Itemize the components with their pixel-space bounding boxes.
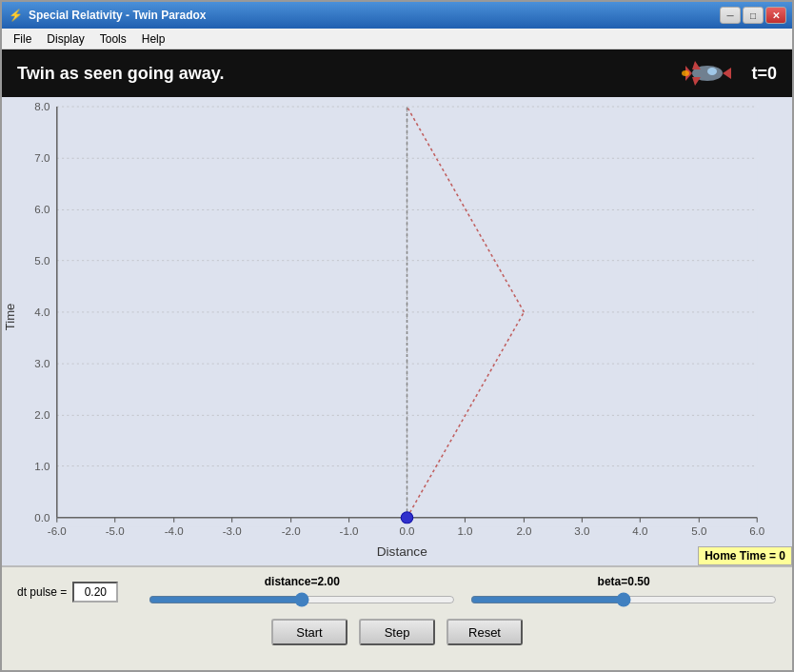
start-button[interactable]: Start — [271, 619, 347, 645]
rocket-icon — [679, 54, 736, 92]
beta-label: beta=0.50 — [598, 575, 650, 588]
close-button[interactable]: ✕ — [765, 7, 786, 24]
distance-label: distance=2.00 — [265, 575, 340, 588]
buttons-row: Start Step Reset — [17, 619, 777, 645]
svg-text:0.0: 0.0 — [399, 525, 414, 537]
controls-area: dt pulse = distance=2.00 beta=0.50 Start… — [2, 565, 792, 670]
svg-text:8.0: 8.0 — [34, 101, 50, 112]
dt-pulse-group: dt pulse = — [17, 582, 118, 603]
svg-text:2.0: 2.0 — [516, 525, 531, 537]
window-title: Special Relativity - Twin Paradox — [29, 9, 720, 22]
maximize-button[interactable]: □ — [743, 7, 764, 24]
main-area: SoftSea.com 0.0 1.0 2.0 3.0 — [2, 97, 792, 670]
svg-text:5.0: 5.0 — [691, 525, 706, 537]
menu-bar: File Display Tools Help — [2, 29, 792, 49]
minimize-button[interactable]: ─ — [720, 7, 741, 24]
title-bar: ⚡ Special Relativity - Twin Paradox ─ □ … — [2, 2, 792, 29]
svg-text:-5.0: -5.0 — [106, 525, 125, 537]
home-time-badge: Home Time = 0 — [698, 546, 792, 565]
svg-text:-2.0: -2.0 — [282, 525, 301, 537]
svg-marker-4 — [692, 77, 701, 86]
menu-file[interactable]: File — [6, 30, 39, 48]
menu-tools[interactable]: Tools — [92, 30, 134, 48]
svg-text:2.0: 2.0 — [34, 410, 50, 422]
svg-point-61 — [401, 512, 413, 524]
main-window: ⚡ Special Relativity - Twin Paradox ─ □ … — [0, 0, 794, 672]
window-icon: ⚡ — [8, 8, 23, 23]
svg-point-6 — [682, 70, 689, 76]
svg-text:7.0: 7.0 — [34, 153, 50, 165]
svg-text:Time: Time — [2, 304, 16, 331]
svg-text:Distance: Distance — [377, 544, 427, 559]
svg-text:3.0: 3.0 — [34, 358, 50, 369]
svg-text:6.0: 6.0 — [749, 525, 764, 537]
svg-text:3.0: 3.0 — [574, 525, 589, 537]
reset-button[interactable]: Reset — [447, 619, 523, 645]
svg-text:1.0: 1.0 — [34, 461, 50, 472]
svg-text:1.0: 1.0 — [457, 525, 472, 537]
svg-marker-1 — [723, 68, 731, 79]
distance-slider[interactable] — [149, 590, 455, 609]
svg-text:-4.0: -4.0 — [165, 525, 184, 537]
title-bar-buttons: ─ □ ✕ — [720, 7, 786, 24]
svg-text:4.0: 4.0 — [632, 525, 647, 537]
svg-text:5.0: 5.0 — [34, 255, 50, 267]
step-button[interactable]: Step — [359, 619, 435, 645]
dt-pulse-label: dt pulse = — [17, 585, 67, 599]
svg-point-5 — [707, 68, 717, 75]
menu-display[interactable]: Display — [39, 30, 91, 48]
svg-text:-1.0: -1.0 — [340, 525, 359, 537]
chart-container: SoftSea.com 0.0 1.0 2.0 3.0 — [2, 97, 792, 565]
beta-slider-group: beta=0.50 — [470, 575, 777, 609]
header-time: t=0 — [751, 64, 777, 84]
sliders-row: dt pulse = distance=2.00 beta=0.50 — [17, 575, 777, 609]
dt-pulse-input[interactable] — [72, 582, 118, 603]
header-bar: Twin as seen going away. t=0 — [2, 49, 792, 97]
beta-slider[interactable] — [470, 590, 777, 609]
chart-svg: 0.0 1.0 2.0 3.0 4.0 5.0 6.0 7.0 8.0 — [2, 97, 792, 565]
svg-text:0.0: 0.0 — [34, 512, 50, 524]
svg-text:-3.0: -3.0 — [223, 525, 242, 537]
menu-help[interactable]: Help — [134, 30, 173, 48]
svg-text:6.0: 6.0 — [34, 205, 50, 216]
svg-text:4.0: 4.0 — [34, 306, 50, 318]
svg-text:-6.0: -6.0 — [48, 525, 67, 537]
distance-slider-group: distance=2.00 — [149, 575, 455, 609]
header-title: Twin as seen going away. — [17, 64, 679, 84]
svg-marker-3 — [692, 61, 701, 69]
